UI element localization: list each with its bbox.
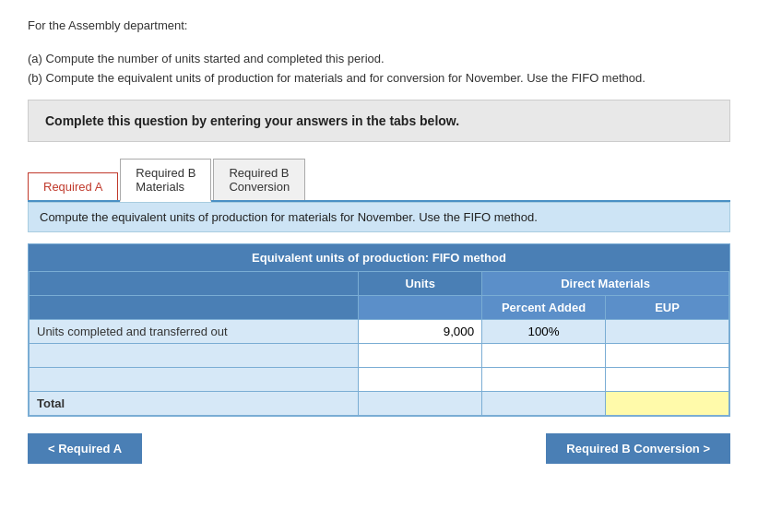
row2-percent-input[interactable] [490,349,554,362]
row1-units[interactable] [359,320,482,344]
total-eup-input[interactable] [613,396,687,410]
row2-percent[interactable] [482,344,606,368]
heading-text: For the Assembly department: [28,18,730,32]
row3-eup-input[interactable] [613,372,687,386]
row3-units-input[interactable] [366,372,440,386]
button-row: < Required A Required B Conversion > [28,433,730,464]
total-label: Total [30,392,359,416]
tabs-container: Required A Required BMaterials Required … [28,159,730,202]
col-units-subheader [359,296,482,320]
col-units-header: Units [359,272,482,296]
part-b-text: (b) Compute the equivalent units of prod… [28,71,730,85]
equiv-table-container: Equivalent units of production: FIFO met… [28,243,730,417]
table-total-row: Total [30,392,729,416]
row3-eup[interactable] [606,368,729,392]
total-eup[interactable] [606,392,729,416]
total-units[interactable] [359,392,482,416]
tab-required-b-conversion[interactable]: Required BConversion [213,159,305,200]
row1-label: Units completed and transferred out [30,320,359,344]
row1-eup-input[interactable] [647,325,721,338]
tab-required-b-materials[interactable]: Required BMaterials [120,159,211,202]
row2-eup-input[interactable] [613,349,687,362]
total-percent [482,392,606,416]
tab-required-a-label: Required A [43,180,102,194]
question-box: Complete this question by entering your … [28,100,730,142]
total-units-input[interactable] [366,396,440,410]
part-a-content: (a) Compute the number of units started … [28,52,385,65]
row3-units[interactable] [359,368,482,392]
col-percent-header: Percent Added [482,296,606,320]
col-eup-header: EUP [606,296,729,320]
row1-eup[interactable] [606,320,729,344]
part-a-text: (a) Compute the number of units started … [28,52,730,65]
prev-button[interactable]: < Required A [28,433,142,464]
equiv-table: Units Direct Materials Percent Added EUP… [29,271,729,416]
row1-percent[interactable] [482,320,606,344]
table-title: Equivalent units of production: FIFO met… [29,244,729,271]
row1-percent-input[interactable] [512,325,576,338]
row3-percent-input[interactable] [490,372,554,386]
table-row [30,344,729,368]
tab-required-a[interactable]: Required A [28,172,118,200]
col-direct-materials-header: Direct Materials [482,272,729,296]
row2-label [30,344,359,368]
table-row: Units completed and transferred out [30,320,729,344]
table-row [30,368,729,392]
tab-required-b-materials-label: Required BMaterials [136,166,195,194]
row2-units[interactable] [359,344,482,368]
description-bar: Compute the equivalent units of producti… [28,202,730,232]
row2-eup[interactable] [606,344,729,368]
row1-units-input[interactable] [400,325,474,338]
part-b-content: (b) Compute the equivalent units of prod… [28,71,645,85]
row3-label [30,368,359,392]
row2-units-input[interactable] [366,349,440,362]
tab-required-b-conversion-label: Required BConversion [229,166,290,194]
description-text: Compute the equivalent units of producti… [40,210,538,224]
row3-percent[interactable] [482,368,606,392]
question-box-text: Complete this question by entering your … [45,113,459,128]
next-button[interactable]: Required B Conversion > [546,433,730,464]
